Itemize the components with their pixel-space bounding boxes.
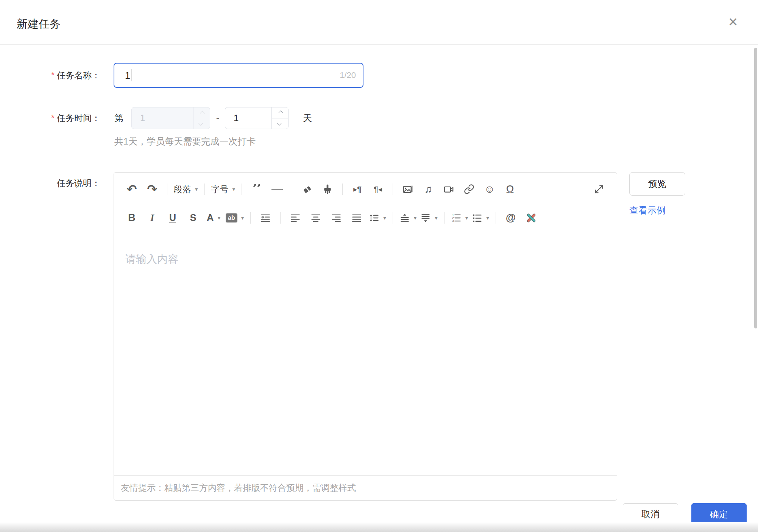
clear-format-brush-icon[interactable] bbox=[319, 179, 336, 199]
line-height-dropdown[interactable]: ▾ bbox=[369, 208, 386, 228]
font-color-dropdown[interactable]: A▾ bbox=[205, 208, 222, 228]
insert-link-icon[interactable] bbox=[461, 179, 477, 199]
toolbar-divider bbox=[167, 184, 167, 195]
undo-icon[interactable]: ↶ bbox=[123, 179, 140, 199]
chevron-down-icon: ▾ bbox=[486, 215, 489, 221]
chevron-down-icon: ▾ bbox=[241, 215, 244, 221]
special-char-icon[interactable]: Ω bbox=[502, 179, 518, 199]
stepper-up-icon[interactable] bbox=[272, 107, 288, 118]
start-day-stepper: 1 bbox=[131, 107, 210, 129]
char-counter: 1/20 bbox=[340, 70, 356, 80]
bold-button[interactable]: B bbox=[123, 208, 140, 228]
align-left-icon[interactable] bbox=[287, 208, 304, 228]
insert-video-icon[interactable] bbox=[440, 179, 457, 199]
editor-footer-hint: 友情提示：粘贴第三方内容，若排版不符合预期，需调整样式 bbox=[114, 475, 617, 500]
editor-placeholder: 请输入内容 bbox=[125, 252, 178, 266]
text-cursor bbox=[131, 69, 132, 81]
insert-image-icon[interactable] bbox=[399, 179, 416, 199]
paragraph-dropdown[interactable]: 段落▾ bbox=[174, 179, 198, 199]
day-suffix-text: 天 bbox=[303, 107, 312, 129]
chevron-down-icon: ▾ bbox=[435, 215, 438, 221]
toolbar-divider bbox=[250, 212, 251, 224]
text-indent-icon[interactable] bbox=[257, 208, 274, 228]
anchor-search-icon[interactable]: @ bbox=[502, 208, 519, 228]
task-time-label: *任务时间： bbox=[0, 107, 100, 129]
space-after-dropdown[interactable]: ▾ bbox=[420, 208, 438, 228]
toolbar-divider bbox=[204, 184, 205, 195]
toolbar-divider bbox=[393, 212, 393, 224]
stepper-down-icon bbox=[193, 118, 210, 129]
underline-button[interactable]: U bbox=[164, 208, 181, 228]
xiumi-import-icon[interactable] bbox=[523, 208, 540, 228]
fullscreen-icon[interactable] bbox=[591, 179, 607, 199]
confirm-button[interactable]: 确定 bbox=[691, 503, 747, 525]
rich-text-editor: ↶ ↷ 段落▾ 字号▾ ” bbox=[114, 172, 617, 501]
blockquote-icon[interactable]: ” bbox=[248, 179, 265, 199]
required-asterisk: * bbox=[51, 70, 55, 80]
toolbar-divider bbox=[342, 184, 343, 195]
dialog-title: 新建任务 bbox=[17, 17, 61, 32]
svg-text:3: 3 bbox=[452, 219, 454, 223]
task-desc-label: 任务说明： bbox=[0, 177, 100, 189]
horizontal-rule-icon[interactable] bbox=[269, 179, 285, 199]
cancel-button[interactable]: 取消 bbox=[623, 503, 678, 525]
task-name-label: *任务名称： bbox=[0, 63, 100, 88]
chevron-down-icon: ▾ bbox=[195, 186, 198, 193]
chevron-down-icon: ▾ bbox=[383, 215, 386, 221]
task-name-value: 1 bbox=[125, 70, 130, 81]
toolbar-divider bbox=[444, 212, 445, 224]
stepper-down-icon[interactable] bbox=[272, 118, 288, 129]
unordered-list-dropdown[interactable]: ▾ bbox=[472, 208, 489, 228]
ordered-list-dropdown[interactable]: 1 2 3 ▾ bbox=[451, 208, 468, 228]
chevron-down-icon: ▾ bbox=[414, 215, 417, 221]
editor-toolbar-row2: B I U S A▾ ab▾ bbox=[114, 203, 617, 233]
strikethrough-button[interactable]: S bbox=[185, 208, 201, 228]
paragraph-ltr-icon[interactable]: ▶¶ bbox=[349, 179, 366, 199]
new-task-dialog: 新建任务 × *任务名称： 1 1/20 *任务时间： 第 1 - 1 天 共1… bbox=[0, 0, 758, 532]
toolbar-divider bbox=[393, 184, 393, 195]
close-icon[interactable]: × bbox=[723, 12, 743, 32]
task-time-helper: 共1天，学员每天需要完成一次打卡 bbox=[114, 135, 256, 148]
toolbar-divider bbox=[292, 184, 292, 195]
day-prefix-text: 第 bbox=[114, 107, 123, 129]
stepper-up-icon bbox=[193, 107, 210, 118]
dialog-header: 新建任务 × bbox=[0, 0, 758, 45]
emoji-icon[interactable]: ☺ bbox=[481, 179, 498, 199]
paragraph-rtl-icon[interactable]: ¶◀ bbox=[370, 179, 386, 199]
view-example-link[interactable]: 查看示例 bbox=[629, 204, 666, 216]
task-name-input[interactable]: 1 1/20 bbox=[114, 63, 363, 88]
align-center-icon[interactable] bbox=[307, 208, 324, 228]
italic-button[interactable]: I bbox=[144, 208, 161, 228]
eraser-icon[interactable] bbox=[299, 179, 315, 199]
vertical-scrollbar[interactable] bbox=[754, 48, 757, 328]
font-size-dropdown[interactable]: 字号▾ bbox=[211, 179, 236, 199]
start-day-value: 1 bbox=[132, 107, 193, 129]
align-right-icon[interactable] bbox=[328, 208, 345, 228]
toolbar-divider bbox=[242, 184, 242, 195]
space-before-dropdown[interactable]: ▾ bbox=[399, 208, 417, 228]
redo-icon[interactable]: ↷ bbox=[144, 179, 161, 199]
editor-content-area[interactable]: 请输入内容 bbox=[114, 233, 617, 475]
chevron-down-icon: ▾ bbox=[465, 215, 468, 221]
range-separator: - bbox=[212, 107, 223, 129]
preview-button[interactable]: 预览 bbox=[629, 172, 685, 196]
toolbar-divider bbox=[496, 212, 496, 224]
align-justify-icon[interactable] bbox=[348, 208, 365, 228]
end-day-stepper[interactable]: 1 bbox=[225, 107, 289, 129]
required-asterisk: * bbox=[51, 113, 55, 123]
chevron-down-icon: ▾ bbox=[218, 215, 221, 221]
editor-toolbar-row1: ↶ ↷ 段落▾ 字号▾ ” bbox=[114, 173, 617, 203]
chevron-down-icon: ▾ bbox=[232, 186, 236, 193]
highlight-color-dropdown[interactable]: ab▾ bbox=[226, 208, 244, 228]
toolbar-divider bbox=[280, 212, 281, 224]
end-day-value[interactable]: 1 bbox=[225, 107, 271, 129]
insert-audio-icon[interactable]: ♫ bbox=[420, 179, 437, 199]
